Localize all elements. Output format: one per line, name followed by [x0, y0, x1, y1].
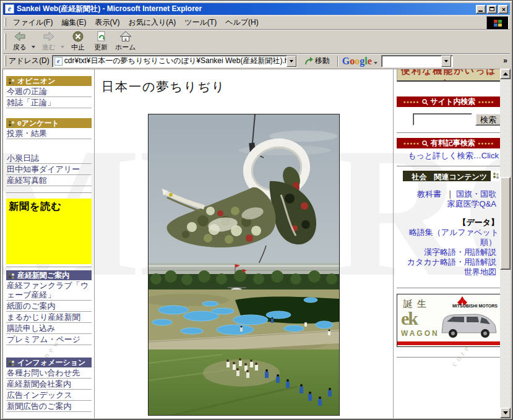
- scroll-up-button[interactable]: [500, 69, 511, 79]
- abbreviation-link[interactable]: 略語集（アルファベット順）: [409, 228, 499, 247]
- link-separator: ｜: [446, 189, 454, 199]
- dots-icon: [8, 121, 15, 126]
- maximize-button[interactable]: [487, 5, 497, 14]
- google-search-input[interactable]: [383, 56, 441, 66]
- menu-favorites[interactable]: お気に入り(A): [124, 16, 180, 29]
- news-photo: [148, 114, 340, 416]
- flag-anthem-link[interactable]: 国旗・国歌: [456, 189, 499, 199]
- sidebar-link[interactable]: プレミアム・ページ: [6, 334, 92, 345]
- ie-logo-icon: e: [5, 4, 14, 14]
- windows-flag-icon: [494, 20, 502, 27]
- section-header-enquete: eアンケート: [6, 118, 92, 128]
- sidebar-link[interactable]: 産経新聞会社案内: [6, 379, 92, 390]
- mitsubishi-ad[interactable]: 誕生 ek WAGON MITSUBISHI MOTORS: [397, 294, 501, 347]
- sidebar-link[interactable]: 産経写真館: [6, 175, 92, 186]
- section-header-guide: 産経新聞ご案内: [6, 270, 92, 280]
- article-headline: 日本一の夢ちりぢり: [101, 79, 393, 95]
- forward-icon: [43, 31, 55, 42]
- magnifier-icon: [422, 140, 428, 147]
- stop-icon: [72, 31, 84, 42]
- kanji-glossary-link[interactable]: 漢字略語・用語解説: [424, 247, 499, 257]
- sidebar-link[interactable]: 投票・結果: [6, 128, 92, 139]
- related-links-row: 教科書 ｜ 国旗・国歌: [397, 189, 501, 199]
- ek-logo: ek: [401, 308, 417, 329]
- go-button[interactable]: 移動: [301, 54, 334, 67]
- menubar: ファイル(F) 編集(E) 表示(V) お気に入り(A) ツール(T) ヘルプ(…: [3, 15, 510, 28]
- refresh-button[interactable]: 更新: [90, 30, 112, 53]
- close-button[interactable]: ×: [498, 5, 508, 14]
- home-button[interactable]: ホーム: [113, 30, 139, 53]
- divider: [397, 166, 502, 166]
- divider: [6, 267, 92, 267]
- sidebar-link[interactable]: 紙面のご案内: [6, 301, 92, 312]
- stop-button[interactable]: 中止: [67, 30, 89, 53]
- main-article: 日本一の夢ちりぢり: [95, 69, 394, 418]
- toolbar: 戻る 進む 中止 更新 ホーム: [3, 29, 510, 53]
- google-dropdown[interactable]: [374, 62, 377, 64]
- right-sidebar: 便利な機能がいっぱい ●●●●● サイト内検索 ●●●●● 検索 ●●●●● 有…: [394, 69, 504, 418]
- magnifier-icon: [422, 99, 428, 105]
- sidebar-link[interactable]: 今週の正論: [6, 86, 92, 97]
- paid-search-link[interactable]: もっと詳しく検索…Click: [397, 150, 501, 161]
- site-search-button[interactable]: 検索: [475, 113, 501, 126]
- site-search-input[interactable]: [413, 113, 472, 126]
- address-dropdown[interactable]: [287, 56, 296, 67]
- sidebar-link[interactable]: 雑誌「正論」: [6, 97, 92, 108]
- close-icon: ×: [499, 5, 509, 14]
- sidebar-link[interactable]: 新聞広告のご案内: [6, 401, 92, 412]
- address-label: アドレス(D): [9, 56, 50, 66]
- section-header-information: インフォメーション: [6, 358, 92, 367]
- sidebar-link[interactable]: 産経ファンクラブ「ウェーブ産経」: [6, 280, 92, 301]
- dots-icon: [8, 273, 15, 278]
- toolbar-grip[interactable]: [4, 33, 6, 50]
- ie-throbber: [486, 16, 509, 30]
- addressbar-grip[interactable]: [4, 56, 6, 66]
- browser-window: e Sankei Web(産経新聞社) - Microsoft Internet…: [0, 0, 513, 420]
- home-medical-link[interactable]: 家庭医学Q&A: [447, 199, 499, 208]
- go-arrow-icon: [304, 57, 313, 65]
- home-icon: [119, 31, 132, 42]
- google-search-box: [381, 55, 453, 67]
- google-search-dropdown[interactable]: [441, 56, 451, 67]
- related-links-row: 家庭医学Q&A: [397, 199, 501, 209]
- forward-button[interactable]: 進む: [38, 30, 60, 53]
- sidebar-link[interactable]: 田中知事ダイアリー: [6, 164, 92, 175]
- menu-view[interactable]: 表示(V): [90, 16, 124, 29]
- world-map-link[interactable]: 世界地図: [464, 267, 499, 276]
- page-content: MIRROR project news core オピニオン 今週の正論 雑誌「…: [2, 69, 511, 418]
- sidebar-link[interactable]: 各種お問い合わせ先: [6, 367, 92, 379]
- google-logo: Google: [342, 56, 372, 67]
- scroll-down-button[interactable]: [500, 408, 511, 418]
- back-button[interactable]: 戻る: [9, 30, 31, 53]
- paid-search-banner: ●●●●● 有料記事検索 ●●●●●: [397, 138, 501, 148]
- koinobori-photo-illustration: [149, 114, 339, 415]
- ad-model-text: WAGON: [401, 329, 439, 338]
- menu-edit[interactable]: 編集(E): [57, 16, 90, 29]
- feature-banner[interactable]: 便利な機能がいっぱい: [397, 69, 501, 82]
- toolbar-overflow-chevron[interactable]: »: [503, 56, 507, 65]
- sidebar-link[interactable]: まるかじり産経新聞: [6, 312, 92, 323]
- forward-dropdown[interactable]: [61, 46, 64, 48]
- data-section-header: 【データ】: [397, 218, 501, 228]
- back-icon: [14, 31, 26, 42]
- menu-help[interactable]: ヘルプ(H): [221, 16, 263, 29]
- minimize-button[interactable]: [476, 5, 486, 14]
- menu-file[interactable]: ファイル(F): [9, 16, 57, 29]
- sidebar-link[interactable]: 購読申し込み: [6, 323, 92, 334]
- divider: [397, 132, 502, 133]
- textbook-link[interactable]: 教科書: [417, 189, 444, 199]
- scrollbar-thumb[interactable]: [500, 177, 511, 270]
- dots-icon: [8, 79, 15, 84]
- sidebar-link[interactable]: 広告インデックス: [6, 390, 92, 401]
- address-bar: アドレス(D) e cdr¥txt¥日本一の夢ちりぢりこいのぼり¥Sankei …: [3, 53, 510, 68]
- newspaper-ad-banner[interactable]: 新聞を読む: [6, 199, 92, 264]
- sidebar-link[interactable]: 小泉日誌: [6, 153, 92, 164]
- katakana-glossary-link[interactable]: カタカナ略語・用語解説: [407, 257, 499, 267]
- ad-brand-text: MITSUBISHI MOTORS: [452, 304, 498, 308]
- back-dropdown[interactable]: [32, 46, 35, 48]
- address-input[interactable]: e cdr¥txt¥日本一の夢ちりぢりこいのぼり¥Sankei Web(産経新聞…: [52, 55, 297, 67]
- vertical-scrollbar[interactable]: [500, 69, 511, 418]
- menubar-grip[interactable]: [4, 18, 6, 27]
- minimize-icon: [478, 11, 483, 12]
- menu-tools[interactable]: ツール(T): [180, 16, 221, 29]
